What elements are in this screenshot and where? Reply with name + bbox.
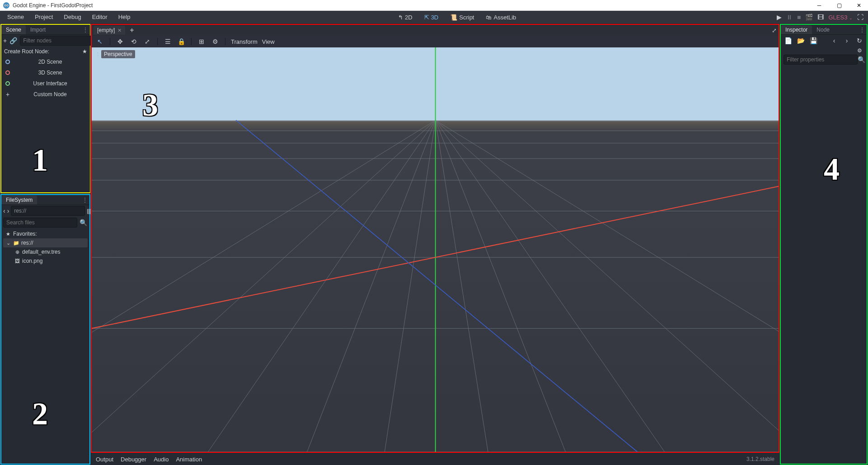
- tab-animation[interactable]: Animation: [176, 456, 202, 463]
- create-custom-node-button[interactable]: +Custom Node: [1, 89, 90, 100]
- viewport-grid: [92, 47, 779, 452]
- scale-mode-button[interactable]: ⤢: [143, 38, 152, 45]
- workspace-assetlib-button[interactable]: 🛍AssetLib: [483, 14, 519, 21]
- svg-line-17: [249, 120, 436, 452]
- fs-forward-button[interactable]: ›: [7, 207, 9, 214]
- play-button[interactable]: ▶: [777, 14, 782, 21]
- inspector-save-resource-button[interactable]: 💾: [809, 37, 818, 44]
- inspector-load-resource-button[interactable]: 📂: [796, 37, 805, 44]
- tab-import[interactable]: Import: [26, 25, 50, 34]
- menu-help[interactable]: Help: [113, 11, 136, 23]
- menu-editor[interactable]: Editor: [87, 11, 113, 23]
- collapse-icon: ⌄: [5, 240, 11, 246]
- window-title: Godot Engine - FirstGodotProject: [13, 2, 813, 9]
- play-custom-scene-button[interactable]: 🎞: [817, 14, 824, 21]
- inspector-new-resource-button[interactable]: 📄: [784, 37, 793, 44]
- 3d-icon: ⇱: [424, 14, 429, 21]
- stop-button[interactable]: ■: [797, 14, 801, 21]
- svg-line-21: [436, 120, 625, 452]
- window-minimize-button[interactable]: ─: [813, 1, 826, 10]
- 2d-icon: ↰: [398, 14, 403, 21]
- snap-button[interactable]: ⊞: [197, 38, 206, 45]
- filesystem-dock: FileSystem ⋮ ‹ › ▤ 🔍 ★Favorites: ⌄📁res:/…: [0, 194, 90, 465]
- scene-tab-empty[interactable]: [empty] ✕: [94, 26, 125, 35]
- tab-output[interactable]: Output: [96, 456, 113, 463]
- favorite-icon[interactable]: ★: [82, 48, 87, 55]
- inspector-settings-icon[interactable]: ⚙: [855, 47, 864, 54]
- resource-icon: ⊕: [14, 249, 20, 255]
- add-scene-tab-button[interactable]: +: [130, 26, 134, 34]
- chevron-down-icon: ⌄: [849, 16, 853, 20]
- fs-favorites[interactable]: ★Favorites:: [3, 229, 88, 238]
- snap-settings-button[interactable]: ⚙: [211, 38, 220, 45]
- tab-scene[interactable]: Scene: [1, 25, 26, 34]
- fullscreen-icon[interactable]: ⛶: [857, 14, 863, 21]
- close-tab-icon[interactable]: ✕: [117, 28, 122, 33]
- move-mode-button[interactable]: ✥: [116, 38, 125, 45]
- render-mode-selector[interactable]: GLES3 ⌄: [828, 14, 853, 21]
- viewport-toolbar: ↖ ✥ ⟲ ⤢ ☰ 🔒 ⊞ ⚙ Transform View: [92, 36, 779, 47]
- window-close-button[interactable]: ✕: [853, 1, 865, 10]
- fs-file-icon[interactable]: 🖼icon.png: [3, 256, 88, 265]
- svg-line-18: [361, 120, 436, 452]
- play-scene-button[interactable]: 🎬: [805, 14, 813, 21]
- main-viewport-region: [empty] ✕ + ⤢ ↖ ✥ ⟲ ⤢ ☰ 🔒 ⊞ ⚙ Transform: [91, 24, 779, 453]
- inspector-dock-menu-icon[interactable]: ⋮: [859, 27, 865, 33]
- scene-dock-menu-icon[interactable]: ⋮: [83, 27, 88, 33]
- create-2d-scene-button[interactable]: 2D Scene: [1, 56, 90, 67]
- annotation-2: 2: [32, 396, 48, 432]
- svg-line-14: [92, 120, 436, 452]
- svg-point-4: [7, 5, 8, 6]
- list-select-button[interactable]: ☰: [163, 38, 172, 45]
- inspector-history-button[interactable]: ↻: [855, 37, 864, 44]
- add-node-button[interactable]: +: [3, 37, 7, 44]
- tab-filesystem[interactable]: FileSystem: [1, 195, 37, 205]
- filesystem-dock-menu-icon[interactable]: ⋮: [82, 197, 88, 203]
- menu-scene[interactable]: Scene: [2, 11, 29, 23]
- create-ui-button[interactable]: User Interface: [1, 78, 90, 89]
- folder-icon: 📁: [13, 240, 19, 246]
- workspace-2d-button[interactable]: ↰2D: [395, 14, 415, 21]
- inspector-history-forward-button[interactable]: ›: [842, 37, 851, 44]
- fs-root-folder[interactable]: ⌄📁res://: [3, 238, 88, 247]
- lock-button[interactable]: 🔒: [177, 38, 186, 45]
- version-label: 3.1.2.stable: [746, 456, 774, 462]
- workspace-script-button[interactable]: 📜Script: [447, 14, 477, 21]
- fs-back-button[interactable]: ‹: [3, 207, 5, 214]
- tab-audio[interactable]: Audio: [154, 456, 169, 463]
- main-menubar: Scene Project Debug Editor Help ↰2D ⇱3D …: [0, 11, 868, 23]
- transform-menu[interactable]: Transform: [231, 38, 258, 45]
- inspector-history-back-button[interactable]: ‹: [830, 37, 839, 44]
- svg-line-23: [436, 120, 779, 452]
- menu-debug[interactable]: Debug: [58, 11, 86, 23]
- menu-project[interactable]: Project: [29, 11, 58, 23]
- tab-inspector[interactable]: Inspector: [781, 25, 812, 34]
- select-mode-button[interactable]: ↖: [95, 38, 104, 45]
- instance-scene-button[interactable]: 🔗: [9, 37, 17, 44]
- window-maximize-button[interactable]: ▢: [833, 1, 845, 10]
- annotation-4: 4: [824, 151, 840, 187]
- search-icon[interactable]: 🔍: [858, 56, 865, 63]
- star-icon: ★: [5, 231, 11, 237]
- 3d-viewport[interactable]: ⋮ Perspective: [92, 47, 779, 452]
- tab-debugger[interactable]: Debugger: [121, 456, 146, 463]
- search-icon[interactable]: 🔍: [79, 219, 88, 226]
- svg-line-15: [92, 120, 436, 452]
- os-titlebar: Godot Engine - FirstGodotProject ─ ▢ ✕: [0, 0, 868, 11]
- distraction-free-button[interactable]: ⤢: [772, 27, 777, 34]
- create-3d-scene-button[interactable]: 3D Scene: [1, 67, 90, 78]
- view-menu[interactable]: View: [262, 38, 275, 45]
- annotation-3: 3: [142, 87, 158, 123]
- fs-search-input[interactable]: [3, 218, 77, 228]
- pause-button[interactable]: ⏸: [786, 14, 793, 21]
- rotate-mode-button[interactable]: ⟲: [129, 38, 138, 45]
- fs-file-env[interactable]: ⊕default_env.tres: [3, 247, 88, 256]
- filter-properties-input[interactable]: [784, 55, 858, 65]
- fs-path-input[interactable]: [11, 206, 85, 216]
- filter-nodes-input[interactable]: [20, 36, 94, 46]
- bottom-panel-tabs: Output Debugger Audio Animation 3.1.2.st…: [90, 453, 780, 465]
- svg-point-0: [3, 2, 9, 9]
- create-root-node-label: Create Root Node:: [4, 48, 49, 55]
- tab-node[interactable]: Node: [812, 25, 834, 34]
- workspace-3d-button[interactable]: ⇱3D: [422, 14, 441, 21]
